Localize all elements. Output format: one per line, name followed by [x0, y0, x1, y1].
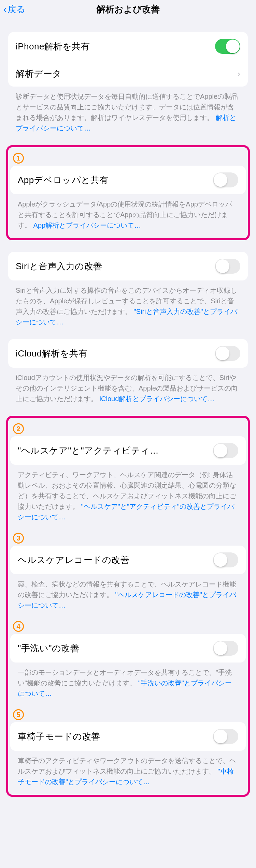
annotation-badge-1: 1	[13, 153, 24, 164]
row-wheelchair-mode[interactable]: 車椅子モードの改善	[10, 722, 246, 751]
section-footer: Siriと音声入力に対する操作の音声をこのデバイスからオーディオ収録したものを、…	[8, 280, 248, 328]
section-share-developers: Appデベロッパと共有	[10, 166, 246, 194]
section-footer: Appleがクラッシュデータ/Appの使用状況の統計情報をAppデベロッパと共有…	[10, 194, 246, 231]
section-icloud: iCloud解析を共有	[8, 339, 248, 368]
row-label: Siriと音声入力の改善	[16, 260, 210, 272]
row-health-activity[interactable]: "ヘルスケア"と"アクティビティ…	[10, 436, 246, 465]
toggle-health-records[interactable]	[213, 552, 238, 567]
row-label: ヘルスケアレコードの改善	[18, 554, 208, 566]
toggle-share-with-developers[interactable]	[213, 172, 238, 187]
section-share-analytics: iPhone解析を共有 解析データ ›	[8, 32, 248, 87]
toggle-share-icloud-analytics[interactable]	[215, 346, 240, 361]
section-footer: iCloudアカウントの使用状況やデータの解析を可能にすることで、Siriやその…	[8, 368, 248, 404]
highlight-box-2: 2 "ヘルスケア"と"アクティビティ… アクティビティ、ワークアウト、ヘルスケア…	[6, 416, 250, 797]
section-health-records: ヘルスケアレコードの改善	[10, 546, 246, 574]
section-handwashing: "手洗い"の改善	[10, 634, 246, 663]
annotation-badge-5: 5	[13, 709, 24, 720]
link-icloud-privacy[interactable]: iCloud解析とプライバシーについて…	[100, 395, 215, 402]
link-app-analytics-privacy[interactable]: App解析とプライバシーについて…	[33, 222, 141, 229]
toggle-health-activity[interactable]	[213, 443, 238, 458]
row-label: Appデベロッパと共有	[18, 174, 208, 186]
annotation-badge-3: 3	[13, 533, 24, 544]
back-button[interactable]: ‹ 戻る	[3, 3, 26, 15]
section-wheelchair: 車椅子モードの改善	[10, 722, 246, 751]
section-siri: Siriと音声入力の改善	[8, 252, 248, 280]
row-health-records[interactable]: ヘルスケアレコードの改善	[10, 546, 246, 574]
page-title: 解析および改善	[97, 3, 160, 15]
toggle-wheelchair-mode[interactable]	[213, 729, 238, 744]
row-label: 車椅子モードの改善	[18, 731, 208, 743]
row-label: iCloud解析を共有	[16, 348, 210, 360]
row-label: "手洗い"の改善	[18, 642, 208, 654]
row-share-icloud-analytics[interactable]: iCloud解析を共有	[8, 339, 248, 368]
row-label: "ヘルスケア"と"アクティビティ…	[18, 445, 208, 457]
row-analytics-data[interactable]: 解析データ ›	[8, 61, 248, 87]
annotation-badge-2: 2	[13, 423, 24, 434]
row-improve-siri[interactable]: Siriと音声入力の改善	[8, 252, 248, 280]
row-share-iphone-analytics[interactable]: iPhone解析を共有	[8, 32, 248, 61]
toggle-share-iphone-analytics[interactable]	[215, 39, 240, 54]
annotation-badge-4: 4	[13, 621, 24, 632]
chevron-right-icon: ›	[238, 69, 240, 79]
nav-bar: ‹ 戻る 解析および改善	[0, 0, 256, 18]
section-health-activity: "ヘルスケア"と"アクティビティ…	[10, 436, 246, 465]
section-footer: 車椅子のアクティビティやワークアウトのデータを送信することで、ヘルスケアおよびフ…	[10, 751, 246, 787]
row-label: 解析データ	[16, 68, 233, 80]
back-label: 戻る	[8, 3, 26, 15]
section-footer: 薬、検査、病状などの情報を共有することで、ヘルスケアレコード機能の改善にご協力い…	[10, 574, 246, 611]
highlight-box-1: 1 Appデベロッパと共有 Appleがクラッシュデータ/Appの使用状況の統計…	[6, 145, 250, 240]
row-handwashing[interactable]: "手洗い"の改善	[10, 634, 246, 663]
section-footer: 一部のモーションデータとオーディオデータを共有することで、"手洗い"機能の改善に…	[10, 663, 246, 699]
row-label: iPhone解析を共有	[16, 41, 210, 52]
section-footer: アクティビティ、ワークアウト、ヘルスケア関連のデータ（例: 身体活動レベル、おお…	[10, 465, 246, 522]
section-footer: 診断データと使用状況データを毎日自動的に送信することでAppleの製品とサービス…	[8, 87, 248, 134]
row-share-with-developers[interactable]: Appデベロッパと共有	[10, 166, 246, 194]
toggle-improve-siri[interactable]	[215, 259, 240, 274]
chevron-left-icon: ‹	[3, 3, 7, 15]
toggle-handwashing[interactable]	[213, 641, 238, 656]
